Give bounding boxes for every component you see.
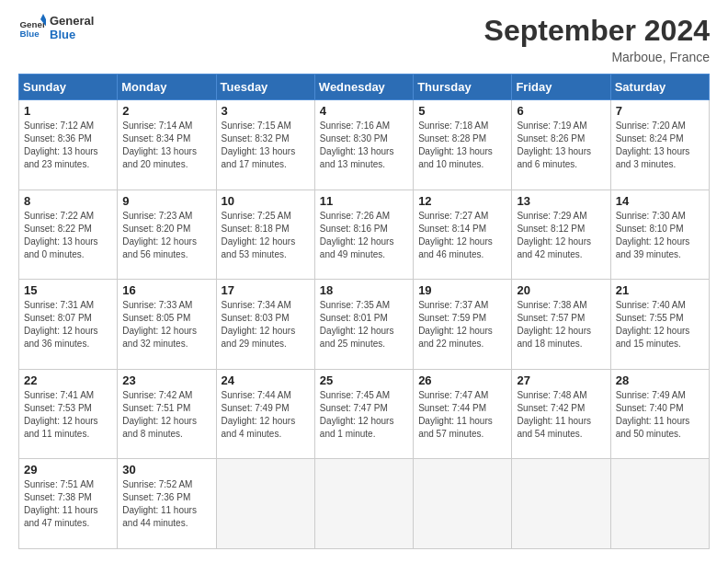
day-6: 6 Sunrise: 7:19 AMSunset: 8:26 PMDayligh…	[512, 100, 610, 190]
location: Marboue, France	[484, 50, 710, 64]
day-1: 1 Sunrise: 7:12 AMSunset: 8:36 PMDayligh…	[19, 100, 118, 190]
day-7: 7 Sunrise: 7:20 AMSunset: 8:24 PMDayligh…	[610, 100, 709, 190]
day-29: 29 Sunrise: 7:51 AMSunset: 7:38 PMDaylig…	[19, 459, 118, 549]
header-monday: Monday	[118, 75, 216, 100]
empty-cell-3	[414, 459, 512, 549]
empty-cell-5	[610, 459, 709, 549]
header-friday: Friday	[512, 75, 610, 100]
day-19: 19 Sunrise: 7:37 AMSunset: 7:59 PMDaylig…	[414, 280, 512, 370]
header-saturday: Saturday	[610, 75, 709, 100]
day-25: 25 Sunrise: 7:45 AMSunset: 7:47 PMDaylig…	[314, 369, 413, 459]
day-23: 23 Sunrise: 7:42 AMSunset: 7:51 PMDaylig…	[118, 369, 216, 459]
day-28: 28 Sunrise: 7:49 AMSunset: 7:40 PMDaylig…	[610, 369, 709, 459]
logo-general: General	[50, 14, 94, 28]
day-21: 21 Sunrise: 7:40 AMSunset: 7:55 PMDaylig…	[610, 280, 709, 370]
empty-cell-4	[512, 459, 610, 549]
weekday-header-row: Sunday Monday Tuesday Wednesday Thursday…	[19, 75, 710, 100]
calendar-row-4: 22 Sunrise: 7:41 AMSunset: 7:53 PMDaylig…	[19, 369, 710, 459]
logo: General Blue General Blue	[18, 14, 94, 41]
logo-blue: Blue	[50, 28, 94, 41]
day-11: 11 Sunrise: 7:26 AMSunset: 8:16 PMDaylig…	[314, 190, 413, 280]
day-17: 17 Sunrise: 7:34 AMSunset: 8:03 PMDaylig…	[216, 280, 314, 370]
svg-text:Blue: Blue	[20, 29, 40, 39]
page: General Blue General Blue September 2024…	[0, 0, 728, 563]
header-wednesday: Wednesday	[314, 75, 413, 100]
day-14: 14 Sunrise: 7:30 AMSunset: 8:10 PMDaylig…	[610, 190, 709, 280]
header: General Blue General Blue September 2024…	[18, 14, 710, 64]
day-24: 24 Sunrise: 7:44 AMSunset: 7:49 PMDaylig…	[216, 369, 314, 459]
title-block: September 2024 Marboue, France	[484, 14, 710, 64]
day-2: 2 Sunrise: 7:14 AMSunset: 8:34 PMDayligh…	[118, 100, 216, 190]
month-title: September 2024	[484, 14, 710, 48]
day-3: 3 Sunrise: 7:15 AMSunset: 8:32 PMDayligh…	[216, 100, 314, 190]
day-15: 15 Sunrise: 7:31 AMSunset: 8:07 PMDaylig…	[19, 280, 118, 370]
day-9: 9 Sunrise: 7:23 AMSunset: 8:20 PMDayligh…	[118, 190, 216, 280]
logo-icon: General Blue	[18, 14, 46, 41]
day-8: 8 Sunrise: 7:22 AMSunset: 8:22 PMDayligh…	[19, 190, 118, 280]
header-tuesday: Tuesday	[216, 75, 314, 100]
day-16: 16 Sunrise: 7:33 AMSunset: 8:05 PMDaylig…	[118, 280, 216, 370]
calendar-row-5: 29 Sunrise: 7:51 AMSunset: 7:38 PMDaylig…	[19, 459, 710, 549]
empty-cell-2	[314, 459, 413, 549]
day-26: 26 Sunrise: 7:47 AMSunset: 7:44 PMDaylig…	[414, 369, 512, 459]
day-30: 30 Sunrise: 7:52 AMSunset: 7:36 PMDaylig…	[118, 459, 216, 549]
day-10: 10 Sunrise: 7:25 AMSunset: 8:18 PMDaylig…	[216, 190, 314, 280]
calendar-row-1: 1 Sunrise: 7:12 AMSunset: 8:36 PMDayligh…	[19, 100, 710, 190]
day-18: 18 Sunrise: 7:35 AMSunset: 8:01 PMDaylig…	[314, 280, 413, 370]
day-5: 5 Sunrise: 7:18 AMSunset: 8:28 PMDayligh…	[414, 100, 512, 190]
svg-marker-2	[40, 14, 46, 19]
calendar-row-3: 15 Sunrise: 7:31 AMSunset: 8:07 PMDaylig…	[19, 280, 710, 370]
empty-cell-1	[216, 459, 314, 549]
day-20: 20 Sunrise: 7:38 AMSunset: 7:57 PMDaylig…	[512, 280, 610, 370]
day-13: 13 Sunrise: 7:29 AMSunset: 8:12 PMDaylig…	[512, 190, 610, 280]
day-12: 12 Sunrise: 7:27 AMSunset: 8:14 PMDaylig…	[414, 190, 512, 280]
header-thursday: Thursday	[414, 75, 512, 100]
calendar-row-2: 8 Sunrise: 7:22 AMSunset: 8:22 PMDayligh…	[19, 190, 710, 280]
day-27: 27 Sunrise: 7:48 AMSunset: 7:42 PMDaylig…	[512, 369, 610, 459]
day-22: 22 Sunrise: 7:41 AMSunset: 7:53 PMDaylig…	[19, 369, 118, 459]
header-sunday: Sunday	[19, 75, 118, 100]
calendar: Sunday Monday Tuesday Wednesday Thursday…	[18, 74, 710, 549]
day-4: 4 Sunrise: 7:16 AMSunset: 8:30 PMDayligh…	[314, 100, 413, 190]
